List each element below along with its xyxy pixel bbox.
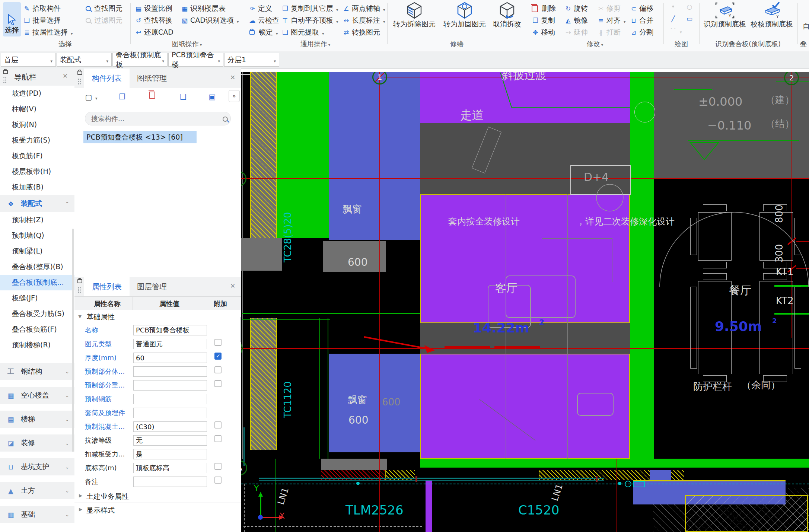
property-value-input[interactable]: 是	[133, 449, 207, 459]
lock-button[interactable]: 锁定	[249, 28, 278, 37]
tab-drawing-management[interactable]: 图纸管理	[130, 69, 173, 88]
nav-item-banfujin[interactable]: 板负筋(F)	[0, 148, 74, 164]
nav-item-precast-stair[interactable]: 预制楼梯(R)	[0, 337, 74, 353]
property-value-input[interactable]: (C30)	[133, 421, 207, 432]
attach-checkbox[interactable]	[214, 435, 222, 442]
convert-to-reinforce-button[interactable]: 转为加固图元	[440, 1, 489, 29]
component-list-item-selected[interactable]: PCB预知叠合楼板 <13> [60]	[83, 131, 197, 143]
define-button[interactable]: ✑定义	[249, 4, 272, 13]
pick-component-button[interactable]: ✎拾取构件	[23, 4, 61, 13]
section-civil-business[interactable]: ▶ 土建业务属性	[74, 489, 241, 503]
nav-item-composite-slab-negative-rebar[interactable]: 叠合板负筋(F)	[0, 322, 74, 337]
delete-button[interactable]: 删除	[532, 4, 556, 13]
nav-item-zhumao[interactable]: 柱帽(V)	[0, 101, 74, 117]
nav-item-composite-slab-precast[interactable]: 叠合板(预制底...	[0, 275, 74, 290]
recognize-floor-table-button[interactable]: ▦识别楼层表	[181, 4, 226, 13]
mirror-button[interactable]: ◭镜像	[564, 16, 588, 25]
draw-rectangle-tool[interactable]: ▭	[686, 15, 693, 22]
recognize-precast-slab-button[interactable]: Y 识别预制底板	[702, 1, 748, 29]
nav-item-banjiaye[interactable]: 板加腋(B)	[0, 179, 74, 195]
save-component-button[interactable]: ▣	[208, 92, 216, 101]
move-button[interactable]: ✥移动	[532, 28, 555, 37]
attach-checkbox[interactable]	[214, 339, 222, 346]
nav-item-precast-column[interactable]: 预制柱(Z)	[0, 212, 74, 228]
nav-item-bandong[interactable]: 板洞(N)	[0, 117, 74, 133]
property-value-input[interactable]: PCB预知叠合楼板	[133, 325, 207, 335]
batch-select-button[interactable]: ❏批量选择	[23, 16, 61, 25]
attach-checkbox[interactable]	[214, 463, 222, 470]
convert-element-button[interactable]: ⇄转换图元	[343, 28, 380, 37]
select-by-property-button[interactable]: ≣按属性选择	[23, 28, 73, 37]
close-icon[interactable]	[230, 282, 235, 290]
drag-grip-icon[interactable]	[77, 78, 81, 85]
copy-component-button[interactable]: ❐	[118, 92, 126, 101]
nav-item-slab-joint[interactable]: 板缝(JF)	[0, 290, 74, 306]
check-precast-slab-button[interactable]: Y 校核预制底板	[749, 1, 794, 29]
component-select[interactable]: PCB预知叠合楼	[168, 53, 223, 67]
tab-component-list[interactable]: 构件列表	[84, 69, 130, 88]
cad-viewport[interactable]: 12B1/AA 斜披过渡走道飘窗600飘窗600600TC28(5)20TC11…	[241, 72, 809, 532]
property-value-input[interactable]: 60	[133, 353, 207, 363]
two-point-aux-axis-button[interactable]: ∠两点辅轴	[343, 4, 385, 13]
search-input[interactable]	[85, 112, 231, 125]
cloud-check-button[interactable]: ☁云检查	[249, 16, 279, 25]
property-value-input[interactable]: 普通图元	[133, 339, 207, 349]
group-label-common-ops[interactable]: 通用操作	[300, 39, 331, 48]
section-base-properties[interactable]: ▼ 基础属性	[74, 310, 241, 324]
nav-item-precast-beam[interactable]: 预制梁(L)	[0, 243, 74, 259]
copy-to-other-floor-button[interactable]: ❐复制到其它层	[281, 4, 338, 13]
tab-layer-management[interactable]: 图层管理	[130, 277, 173, 296]
drag-grip-icon[interactable]	[77, 287, 81, 293]
offset-button[interactable]: ⊂偏移	[630, 4, 653, 13]
nav-item-composite-slab-full[interactable]: 叠合板(整厚)(B)	[0, 259, 74, 275]
attach-checkbox[interactable]	[214, 421, 222, 429]
property-value-input[interactable]	[133, 366, 207, 377]
floor-select[interactable]: 首层	[1, 53, 56, 67]
new-component-button[interactable]: ▢	[85, 92, 98, 102]
nav-scrollbar[interactable]	[72, 229, 74, 452]
property-value-input[interactable]	[133, 408, 207, 418]
attach-checkbox[interactable]	[214, 380, 222, 387]
align-button[interactable]: ≡对齐	[597, 16, 626, 25]
nav-section-hollow-floor[interactable]: ▦空心楼盖⌄	[0, 387, 74, 404]
split-button[interactable]: ⊿分割	[630, 28, 653, 37]
property-value-input[interactable]: 无	[133, 435, 207, 446]
nav-item-precast-wall[interactable]: 预制墙(Q)	[0, 228, 74, 243]
nav-item-louceng-bandai[interactable]: 楼层板带(H)	[0, 164, 74, 179]
copy-button[interactable]: ❐复制	[532, 16, 555, 25]
property-value-input[interactable]	[133, 394, 207, 404]
nav-section-foundation[interactable]: ▥基础⌄	[0, 506, 74, 523]
section-display-style[interactable]: ▶ 显示样式	[74, 503, 241, 517]
set-scale-button[interactable]: ▤设置比例	[135, 4, 172, 13]
category-select[interactable]: 装配式	[57, 53, 112, 67]
merge-button[interactable]: ⊔合并	[630, 16, 653, 25]
close-icon[interactable]	[63, 72, 68, 80]
tab-property-list[interactable]: 属性列表	[84, 277, 130, 296]
nav-section-earthwork[interactable]: ▲土方⌄	[0, 482, 74, 499]
attach-checkbox[interactable]	[214, 477, 222, 484]
component-type-select[interactable]: 叠合板(预制底板	[112, 53, 168, 67]
group-label-sheet-ops[interactable]: 图纸操作	[172, 39, 202, 48]
length-dimension-button[interactable]: ↔长度标注	[343, 16, 385, 25]
attach-checkbox-checked[interactable]	[214, 353, 222, 360]
delete-component-button[interactable]	[149, 92, 157, 99]
cad-recognition-options-button[interactable]: ▧CAD识别选项	[181, 16, 239, 25]
expand-toolbar-button[interactable]: »	[229, 90, 240, 102]
drag-grip-icon[interactable]	[3, 77, 7, 83]
nav-section-stairs[interactable]: ▤楼梯⌄	[0, 411, 74, 428]
restore-cad-button[interactable]: ↩还原CAD	[135, 28, 173, 37]
nav-item-composite-slab-rebar[interactable]: 叠合板受力筋(S)	[0, 306, 74, 322]
nav-section-decoration[interactable]: ◪装修⌄	[0, 434, 74, 452]
nav-section-pit-support[interactable]: ⊔基坑支护⌄	[0, 458, 74, 475]
rotate-button[interactable]: ↻旋转	[564, 4, 588, 13]
element-extract-button[interactable]: ❏图元提取	[281, 28, 324, 37]
auto-align-top-slab-button[interactable]: ⊤自动平齐顶板	[281, 16, 338, 25]
attach-checkbox[interactable]	[214, 366, 222, 373]
nav-section-steel[interactable]: 工钢结构⌄	[0, 363, 74, 380]
nav-item-podao[interactable]: 坡道(PD)	[0, 86, 74, 101]
property-value-input[interactable]: 顶板底标高	[133, 463, 207, 473]
convert-to-demolition-button[interactable]: 转为拆除图元	[390, 1, 439, 29]
lock-icon[interactable]	[77, 279, 82, 283]
nav-section-assembly[interactable]: ❖装配式⌃	[0, 195, 74, 212]
batch-copy-button[interactable]: ❑	[179, 92, 187, 101]
